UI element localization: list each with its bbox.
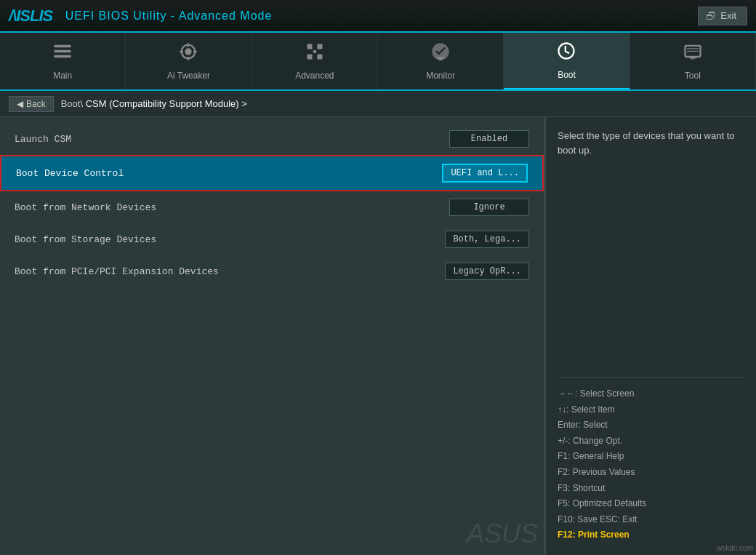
key-hint-3: +/-: Change Opt. — [558, 434, 744, 450]
boot-storage-row[interactable]: Boot from Storage Devices Both, Lega... — [0, 223, 544, 255]
svg-rect-14 — [437, 57, 443, 58]
boot-icon — [556, 41, 576, 65]
key-hint-4: F1: General Help — [558, 449, 744, 465]
tab-ai-tweaker-label: Ai Tweaker — [167, 71, 210, 81]
key-hint-7: F5: Optimized Defaults — [558, 496, 744, 512]
svg-rect-17 — [689, 57, 696, 58]
key-hints: →←: Select Screen ↑↓: Select Item Enter:… — [558, 377, 744, 543]
boot-storage-value[interactable]: Both, Lega... — [445, 231, 529, 248]
header-bar: /\ISLIS UEFI BIOS Utility - Advanced Mod… — [0, 0, 756, 33]
key-hint-5: F2: Previous Values — [558, 465, 744, 481]
tab-monitor[interactable]: Monitor — [378, 33, 504, 89]
svg-point-3 — [185, 48, 192, 55]
boot-network-row[interactable]: Boot from Network Devices Ignore — [0, 191, 544, 223]
tab-advanced-label: Advanced — [295, 71, 334, 81]
advanced-icon — [305, 41, 325, 66]
right-panel: Select the type of devices that you want… — [545, 117, 756, 555]
key-hint-8: F10: Save ESC: Exit — [558, 512, 744, 528]
svg-rect-0 — [54, 45, 71, 47]
svg-rect-9 — [307, 44, 312, 49]
svg-rect-11 — [317, 44, 322, 49]
boot-device-control-label: Boot Device Control — [16, 168, 442, 179]
exit-icon: 🗗 — [706, 10, 716, 22]
key-hint-9: F12: Print Screen — [558, 527, 744, 543]
svg-point-13 — [313, 50, 316, 54]
breadcrumb-bar: ◀ Back Boot\ CSM (Compatibility Support … — [0, 91, 756, 117]
launch-csm-value[interactable]: Enabled — [449, 130, 529, 148]
boot-network-value[interactable]: Ignore — [449, 199, 529, 216]
key-hint-6: F3: Shortcut — [558, 481, 744, 497]
svg-rect-2 — [54, 55, 71, 58]
key-hint-1: ↑↓: Select Item — [558, 402, 744, 418]
svg-rect-12 — [317, 55, 322, 60]
svg-rect-18 — [691, 58, 694, 59]
tab-main-label: Main — [53, 71, 72, 81]
boot-device-control-row[interactable]: Boot Device Control UEFI and L... — [0, 155, 544, 191]
svg-rect-1 — [54, 50, 71, 53]
key-hint-2: Enter: Select — [558, 418, 744, 434]
tab-tool-label: Tool — [685, 71, 701, 81]
breadcrumb: Boot\ CSM (Compatibility Support Module)… — [61, 98, 247, 109]
boot-network-label: Boot from Network Devices — [15, 202, 449, 213]
tab-boot-label: Boot — [558, 70, 576, 80]
tool-icon — [683, 41, 703, 66]
launch-csm-row[interactable]: Launch CSM Enabled — [0, 123, 544, 155]
exit-button[interactable]: 🗗 Exit — [698, 7, 747, 25]
ai-tweaker-icon — [178, 41, 198, 66]
svg-rect-15 — [439, 58, 443, 60]
back-button[interactable]: ◀ Back — [9, 96, 54, 112]
tab-boot[interactable]: Boot — [504, 33, 630, 89]
boot-pcie-value[interactable]: Legacy OpR... — [445, 263, 529, 280]
monitor-icon — [430, 41, 451, 66]
main-icon — [52, 41, 73, 66]
tab-monitor-label: Monitor — [426, 71, 455, 81]
nav-tabs: Main Ai Tweaker Advanced — [0, 33, 756, 91]
boot-device-control-value[interactable]: UEFI and L... — [442, 164, 528, 183]
svg-rect-10 — [307, 55, 312, 60]
back-arrow-icon: ◀ — [17, 99, 23, 109]
boot-storage-label: Boot from Storage Devices — [15, 234, 445, 245]
site-watermark: wskdri.com — [717, 544, 753, 552]
main-area: Launch CSM Enabled Boot Device Control U… — [0, 117, 756, 555]
boot-pcie-label: Boot from PCIe/PCI Expansion Devices — [15, 266, 445, 277]
boot-pcie-row[interactable]: Boot from PCIe/PCI Expansion Devices Leg… — [0, 255, 544, 287]
tab-tool[interactable]: Tool — [630, 33, 756, 89]
svg-rect-19 — [687, 48, 699, 49]
header-title: UEFI BIOS Utility - Advanced Mode — [61, 9, 272, 23]
tab-ai-tweaker[interactable]: Ai Tweaker — [126, 33, 252, 89]
key-hint-0: →←: Select Screen — [558, 386, 744, 402]
tab-advanced[interactable]: Advanced — [252, 33, 378, 89]
settings-panel: Launch CSM Enabled Boot Device Control U… — [0, 117, 545, 555]
svg-rect-20 — [687, 51, 699, 52]
help-text: Select the type of devices that you want… — [558, 129, 744, 377]
tab-main[interactable]: Main — [0, 33, 126, 89]
launch-csm-label: Launch CSM — [15, 134, 449, 145]
asus-logo: /\ISLIS — [9, 7, 52, 25]
